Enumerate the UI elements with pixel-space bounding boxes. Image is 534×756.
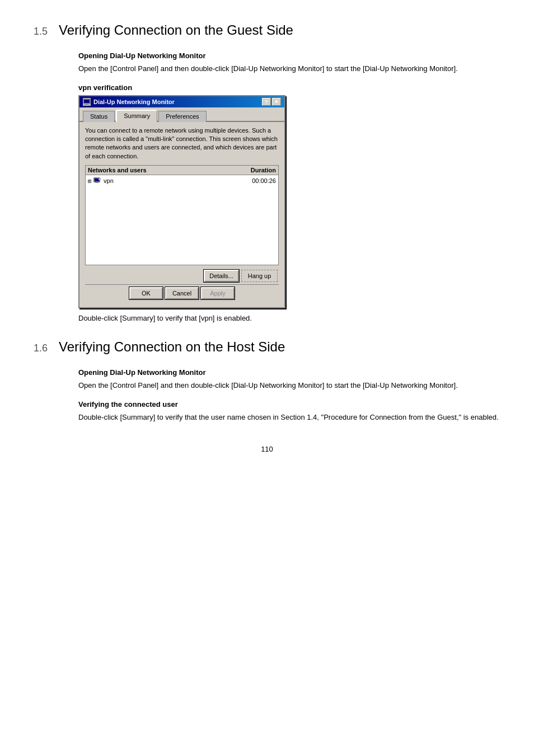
dial-up-monitor-dialog: Dial-Up Networking Monitor ? ✕ Status Su… [78,95,285,309]
vpn-verification-label: vpn verification [78,83,500,92]
dialog-buttons-row1: Details... Hang up [85,270,279,282]
networks-body: ⊞ vpn 00:00:26 [86,175,278,265]
dialog-buttons-row2: OK Cancel Apply [85,284,279,303]
close-button[interactable]: ✕ [272,98,281,106]
section-16-body: Opening Dial-Up Networking Monitor Open … [78,368,500,422]
page-number: 110 [34,445,500,453]
tab-summary[interactable]: Summary [116,110,157,122]
col-duration: Duration [251,167,276,173]
svg-rect-7 [95,182,99,183]
subsection-16-1-title: Opening Dial-Up Networking Monitor [78,368,500,377]
subsection-15-1-body: Open the [Control Panel] and then double… [78,63,500,74]
titlebar-left: Dial-Up Networking Monitor [83,98,175,106]
section-16-heading: 1.6 Verifying Connection on the Host Sid… [34,339,500,355]
subsection-16-1-body: Open the [Control Panel] and then double… [78,380,500,391]
svg-rect-2 [85,104,88,104]
dialog-description: You can connect to a remote network usin… [85,126,279,161]
section-16-title: Verifying Connection on the Host Side [59,339,285,355]
section-16-number: 1.6 [34,342,48,354]
help-button[interactable]: ? [262,98,271,106]
dialog-tabs: Status Summary Preferences [79,107,284,122]
dialog-titlebar: Dial-Up Networking Monitor ? ✕ [79,96,284,107]
col-networks-users: Networks and users [88,167,147,173]
titlebar-controls: ? ✕ [262,98,281,106]
vpn-name: vpn [104,177,114,184]
tab-status[interactable]: Status [83,111,115,122]
section-15-caption: Double-click [Summary] to verify that [v… [78,314,500,322]
svg-rect-6 [96,182,98,182]
ok-button[interactable]: OK [129,287,163,299]
expand-icon[interactable]: ⊞ [88,178,91,184]
networks-header: Networks and users Duration [86,166,278,175]
section-15-body: Opening Dial-Up Networking Monitor Open … [78,51,500,322]
section-15-heading: 1.5 Verifying Connection on the Guest Si… [34,22,500,38]
dialog-wrapper: Dial-Up Networking Monitor ? ✕ Status Su… [78,95,500,309]
network-row-vpn: ⊞ vpn 00:00:26 [88,176,276,185]
svg-rect-3 [85,104,89,105]
svg-rect-1 [84,100,90,103]
cancel-button[interactable]: Cancel [165,287,199,299]
networks-table: Networks and users Duration ⊞ [85,165,279,265]
section-15-title: Verifying Connection on the Guest Side [59,22,293,38]
vpn-duration: 00:00:26 [252,177,276,184]
dialog-app-icon [83,98,91,106]
hang-up-button[interactable]: Hang up [241,270,278,282]
apply-button[interactable]: Apply [201,287,235,299]
dialog-content: You can connect to a remote network usin… [79,122,284,308]
subsection-15-1-title: Opening Dial-Up Networking Monitor [78,51,500,60]
vpn-icon [93,177,101,185]
details-button[interactable]: Details... [204,270,239,282]
subsection-16-2-body: Double-click [Summary] to verify that th… [78,412,500,423]
section-15-number: 1.5 [34,26,48,37]
subsection-16-2-title: Verifying the connected user [78,400,500,408]
dialog-title: Dial-Up Networking Monitor [93,98,175,105]
svg-point-8 [99,178,101,180]
tab-preferences[interactable]: Preferences [158,111,206,122]
